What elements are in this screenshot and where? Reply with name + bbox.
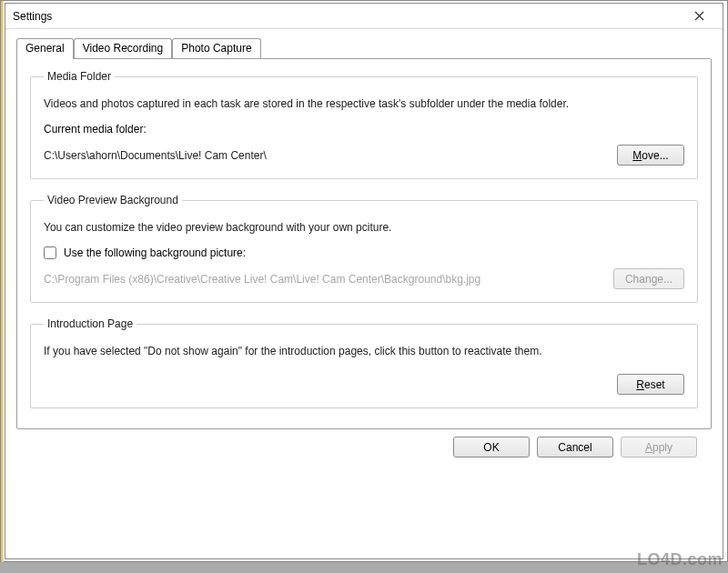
introduction-page-legend: Introduction Page [44, 317, 136, 330]
reset-button[interactable]: Reset [617, 374, 684, 395]
video-preview-background-group: Video Preview Background You can customi… [30, 194, 698, 303]
apply-button-accel: A [645, 441, 652, 454]
use-background-checkbox-label: Use the following background picture: [64, 246, 246, 259]
video-preview-background-legend: Video Preview Background [44, 194, 182, 206]
video-preview-background-desc: You can customize the video preview back… [44, 221, 684, 234]
tab-panel-general: Media Folder Videos and photos captured … [16, 58, 712, 429]
current-media-folder-label: Current media folder: [44, 123, 684, 136]
media-folder-desc: Videos and photos captured in each task … [44, 97, 684, 110]
ok-button[interactable]: OK [453, 437, 530, 457]
settings-window: Settings General Video Recording Photo C… [5, 3, 723, 559]
titlebar: Settings [5, 4, 723, 29]
use-background-checkbox-row[interactable]: Use the following background picture: [44, 246, 684, 259]
introduction-page-desc: If you have selected "Do not show again"… [44, 345, 684, 357]
current-media-folder-path: C:\Users\ahorn\Documents\Live! Cam Cente… [44, 149, 267, 162]
reset-button-accel: R [636, 378, 644, 391]
client-area: General Video Recording Photo Capture Me… [5, 29, 723, 463]
move-button[interactable]: Move... [617, 145, 684, 166]
media-folder-group: Media Folder Videos and photos captured … [30, 70, 698, 179]
tab-photo-capture[interactable]: Photo Capture [172, 38, 260, 58]
reset-button-rest: eset [644, 378, 665, 391]
bottom-strip [0, 562, 728, 573]
change-button[interactable]: Change... [613, 268, 684, 289]
tab-general[interactable]: General [16, 38, 74, 59]
window-title: Settings [13, 10, 52, 23]
apply-button-rest: pply [652, 441, 672, 454]
tab-video-recording[interactable]: Video Recording [74, 38, 173, 58]
apply-button[interactable]: Apply [621, 437, 697, 457]
dialog-button-bar: OK Cancel Apply [16, 429, 712, 457]
introduction-page-group: Introduction Page If you have selected "… [30, 317, 698, 408]
background-picture-path: C:\Program Files (x86)\Creative\Creative… [44, 273, 480, 286]
move-button-rest: ove... [642, 149, 668, 162]
left-edge-decoration [1, 1, 4, 563]
outer-frame: Settings General Video Recording Photo C… [0, 0, 728, 562]
use-background-checkbox[interactable] [44, 246, 56, 259]
close-icon [694, 11, 704, 21]
move-button-accel: M [632, 149, 642, 162]
cancel-button[interactable]: Cancel [537, 437, 613, 457]
tab-strip: General Video Recording Photo Capture [16, 38, 712, 58]
media-folder-legend: Media Folder [44, 70, 115, 83]
close-button[interactable] [681, 6, 717, 26]
